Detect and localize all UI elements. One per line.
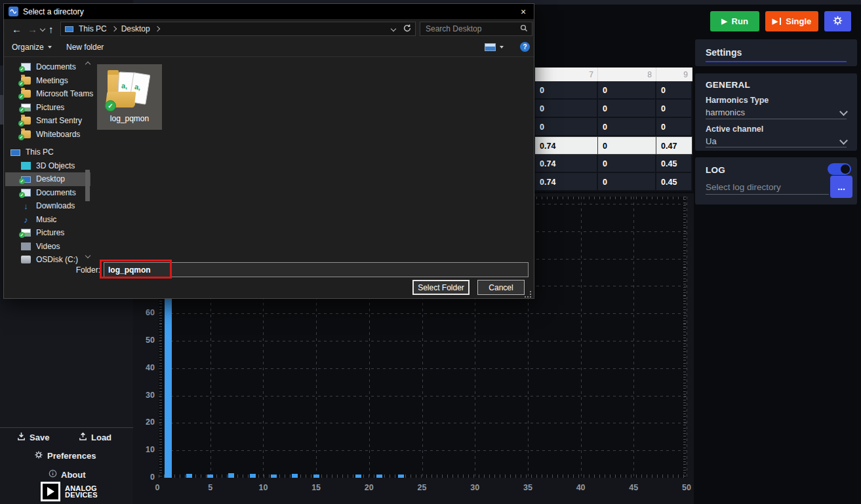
resize-grip[interactable] [525, 291, 531, 298]
chevron-down-icon[interactable] [839, 136, 848, 145]
breadcrumb-desktop[interactable]: Desktop [121, 24, 150, 33]
organize-label: Organize [12, 43, 44, 52]
table-cell[interactable]: 0 [535, 118, 598, 136]
nav-item-microsoft-teams[interactable]: ✓Microsoft Teams [5, 87, 90, 101]
table-cell[interactable]: 0 [598, 173, 656, 191]
harmonics-type-value[interactable]: harmonics [706, 107, 745, 117]
load-button[interactable]: Load [79, 432, 111, 442]
nav-item-pictures[interactable]: ✓Pictures [5, 226, 90, 240]
refresh-icon[interactable] [403, 24, 411, 34]
nav-item-whiteboards[interactable]: ✓Whiteboards [5, 128, 90, 142]
dialog-titlebar[interactable]: Select a directory × [4, 4, 534, 19]
select-folder-button[interactable]: Select Folder [412, 280, 470, 295]
table-cell[interactable]: 0 [656, 100, 692, 118]
nav-item-desktop[interactable]: ✓Desktop [5, 172, 90, 186]
preferences-button[interactable]: Preferences [34, 450, 96, 461]
nav-item-label: OSDisk (C:) [36, 255, 78, 264]
forward-arrow-icon[interactable]: → [28, 24, 37, 34]
organize-button[interactable]: Organize [12, 43, 52, 52]
up-arrow-icon[interactable]: ↑ [49, 24, 54, 34]
table-cell[interactable]: 0 [598, 155, 656, 173]
breadcrumb-this-pc[interactable]: This PC [79, 24, 107, 33]
axis-minor-ticks-bottom [159, 475, 687, 478]
table-cell-selected[interactable]: 0.74 [535, 136, 598, 155]
table-cell[interactable]: 0.45 [656, 173, 692, 191]
search-input[interactable] [424, 24, 520, 34]
close-icon[interactable]: × [513, 4, 534, 19]
document-icon: ✓ [21, 63, 31, 71]
table-cell[interactable]: 0 [535, 81, 598, 100]
nav-item-label: Documents [36, 188, 76, 197]
table-cell[interactable]: 0 [598, 81, 656, 100]
nav-item-meetings[interactable]: ✓Meetings [5, 74, 90, 88]
desktop-icon: ✓ [21, 176, 31, 183]
settings-gear-button[interactable] [824, 11, 851, 31]
about-button[interactable]: About [49, 469, 86, 480]
log-directory-input[interactable] [706, 180, 829, 195]
nav-item-label: Videos [36, 242, 60, 251]
breadcrumb-separator-icon [111, 26, 116, 31]
sync-check-icon: ✓ [18, 81, 24, 87]
search-box[interactable] [420, 22, 532, 36]
picture-icon: ✓ [21, 104, 31, 111]
nav-item-downloads[interactable]: ↓Downloads [5, 199, 90, 213]
table-cell[interactable]: 0 [535, 100, 598, 118]
back-arrow-icon[interactable]: ← [12, 24, 22, 34]
table-cell[interactable]: 0.45 [656, 155, 692, 173]
new-folder-button[interactable]: New folder [66, 43, 104, 52]
folder-icon: ✓ [21, 77, 31, 85]
nav-item-3d-objects[interactable]: 3D Objects [5, 159, 90, 173]
sync-check-icon: ✓ [19, 66, 25, 72]
toggle-knob [841, 165, 850, 174]
cancel-button[interactable]: Cancel [477, 280, 525, 295]
nav-item-smart-sentry[interactable]: ✓Smart Sentry [5, 114, 90, 128]
nav-item-documents[interactable]: ✓Documents [5, 60, 90, 74]
this-pc-icon [65, 26, 73, 32]
search-icon[interactable] [520, 24, 528, 34]
nav-item-videos[interactable]: Videos [5, 240, 90, 254]
logo-line2: DEVICES [65, 491, 98, 499]
table-cell[interactable]: 0 [656, 81, 692, 100]
address-dropdown-chevron-icon[interactable] [391, 26, 396, 31]
save-button[interactable]: Save [17, 432, 49, 442]
folder-with-files-icon: a, a, ✓ [106, 68, 152, 113]
nav-item-this-pc[interactable]: This PC [5, 145, 90, 159]
single-button[interactable]: ▶ Single [765, 11, 818, 31]
table-cell[interactable]: 0 [598, 100, 656, 118]
nav-scrollbar-thumb[interactable] [85, 170, 90, 201]
nav-item-osdisk-c-[interactable]: OSDisk (C:) [5, 253, 90, 267]
table-cell-selected[interactable]: 0 [598, 136, 656, 155]
table-col-header-7: 7 [535, 68, 598, 81]
table-cell-selected[interactable]: 0.47 [656, 136, 692, 155]
log-toggle[interactable] [828, 163, 851, 175]
harmonics-table: 7890000000000.7400.470.7400.450.7400.45 [535, 68, 692, 191]
nav-item-pictures[interactable]: ✓Pictures [5, 101, 90, 115]
table-cell[interactable]: 0 [656, 118, 692, 136]
chevron-down-icon[interactable] [839, 107, 848, 116]
active-channel-value[interactable]: Ua [706, 136, 717, 146]
active-channel-label: Active channel [706, 125, 763, 134]
table-cell[interactable]: 0 [598, 118, 656, 136]
nav-item-documents[interactable]: ✓Documents [5, 186, 90, 200]
folder-navigation-pane: ✓Documents✓Meetings✓Microsoft Teams✓Pict… [5, 60, 90, 267]
table-cell[interactable]: 0.74 [535, 173, 598, 191]
table-cell[interactable]: 0.74 [535, 155, 598, 173]
nav-item-label: This PC [26, 147, 54, 157]
address-bar[interactable]: This PC Desktop [60, 22, 416, 36]
file-item-log-pqmon[interactable]: a, a, ✓ log_pqmon [97, 64, 162, 130]
folder-icon: ✓ [21, 130, 31, 138]
nav-item-music[interactable]: ♪Music [5, 213, 90, 227]
nav-item-label: Meetings [36, 76, 68, 85]
analog-devices-logo: ANALOG DEVICES [41, 482, 98, 501]
run-label: Run [732, 16, 748, 26]
run-button[interactable]: ▶ Run [710, 11, 759, 31]
nav-item-label: Desktop [36, 174, 65, 184]
recent-locations-chevron-icon[interactable] [40, 26, 45, 31]
about-label: About [61, 470, 86, 480]
help-button[interactable]: ? [520, 42, 530, 52]
download-icon: ↓ [21, 202, 31, 210]
nav-item-label: Smart Sentry [36, 116, 82, 125]
sync-check-icon: ✓ [19, 107, 25, 113]
view-options-button[interactable] [485, 43, 504, 51]
browse-log-directory-button[interactable]: ... [830, 176, 852, 198]
